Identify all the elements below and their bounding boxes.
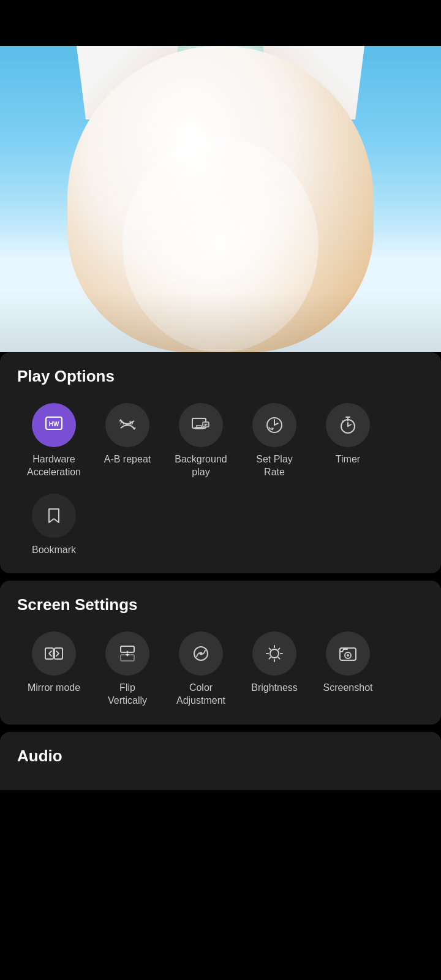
set-play-rate-label: Set PlayRate	[256, 453, 293, 479]
svg-line-29	[278, 649, 279, 650]
color-adjustment-label: ColorAdjustment	[176, 682, 225, 707]
background-play-label: Backgroundplay	[175, 453, 227, 479]
timer-label: Timer	[336, 453, 360, 466]
play-options-title: Play Options	[17, 367, 424, 386]
screen-settings-grid: Mirror mode FlipVertically	[17, 627, 424, 712]
flip-vertically-label: FlipVertically	[108, 682, 147, 707]
hardware-acceleration-label: HardwareAcceleration	[27, 453, 81, 479]
flip-vertically-icon	[105, 631, 149, 676]
option-bookmark[interactable]: Bookmark	[17, 489, 91, 562]
color-adjustment-icon	[179, 631, 223, 676]
svg-point-33	[347, 654, 349, 657]
screenshot-icon	[326, 631, 370, 676]
play-options-panel: Play Options HW HardwareAcceleration A B	[0, 352, 441, 573]
bookmark-label: Bookmark	[32, 544, 76, 557]
audio-title: Audio	[17, 747, 424, 766]
mirror-mode-label: Mirror mode	[28, 682, 80, 695]
option-flip-vertically[interactable]: FlipVertically	[91, 627, 164, 712]
hardware-acceleration-icon: HW	[32, 403, 76, 447]
ab-repeat-label: A-B repeat	[104, 453, 151, 466]
panels-container: Play Options HW HardwareAcceleration A B	[0, 352, 441, 980]
svg-line-27	[270, 649, 271, 650]
screenshot-label: Screenshot	[323, 682, 373, 695]
option-ab-repeat[interactable]: A B A-B repeat	[91, 398, 164, 484]
screen-settings-panel: Screen Settings Mirror mode	[0, 581, 441, 725]
svg-text:HW: HW	[49, 421, 59, 428]
timer-icon	[326, 403, 370, 447]
svg-line-28	[278, 658, 279, 659]
video-background	[0, 46, 441, 352]
brightness-icon	[252, 631, 296, 676]
option-set-play-rate[interactable]: Set PlayRate	[238, 398, 311, 484]
audio-panel: Audio	[0, 732, 441, 790]
play-options-grid-row2: Bookmark	[17, 489, 424, 562]
top-bar	[0, 0, 441, 46]
set-play-rate-icon	[252, 403, 296, 447]
svg-point-21	[200, 652, 203, 655]
background-play-icon	[179, 403, 223, 447]
option-timer[interactable]: Timer	[311, 398, 385, 484]
ab-repeat-icon: A B	[105, 403, 149, 447]
bookmark-icon	[32, 494, 76, 538]
svg-marker-5	[132, 428, 136, 430]
option-screenshot[interactable]: Screenshot	[311, 627, 385, 712]
option-mirror-mode[interactable]: Mirror mode	[17, 627, 91, 712]
option-hardware-acceleration[interactable]: HW HardwareAcceleration	[17, 398, 91, 484]
bottom-gradient-overlay	[0, 291, 441, 352]
svg-point-22	[270, 649, 279, 658]
play-options-grid: HW HardwareAcceleration A B	[17, 398, 424, 484]
option-brightness[interactable]: Brightness	[238, 627, 311, 712]
svg-line-30	[270, 658, 271, 659]
screen-settings-title: Screen Settings	[17, 595, 424, 614]
video-area	[0, 46, 441, 352]
mirror-mode-icon	[32, 631, 76, 676]
option-background-play[interactable]: Backgroundplay	[164, 398, 238, 484]
brightness-label: Brightness	[251, 682, 298, 695]
option-color-adjustment[interactable]: ColorAdjustment	[164, 627, 238, 712]
